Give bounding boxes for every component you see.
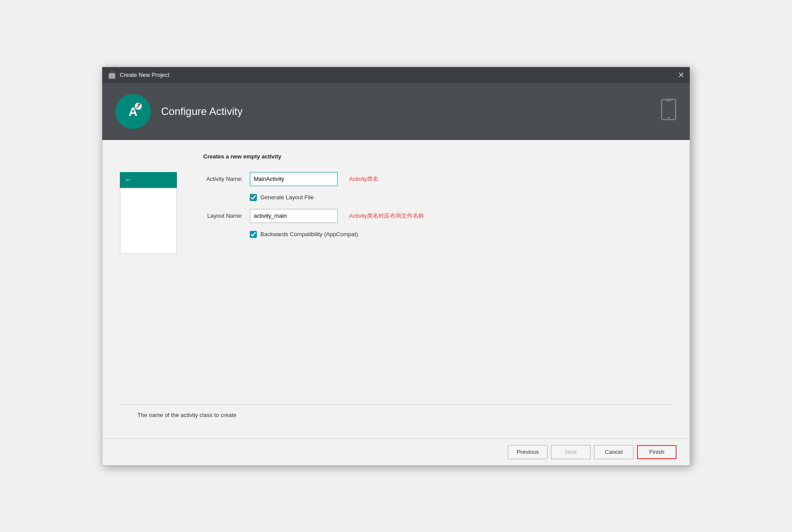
android-logo: A — [115, 94, 151, 129]
svg-rect-5 — [662, 99, 676, 119]
layout-name-annotation: Activity类名对应布局文件名称 — [349, 212, 424, 220]
layout-name-row: Layout Name: Activity类名对应布局文件名称 — [186, 209, 672, 223]
generate-layout-row: Generate Layout File — [250, 194, 672, 201]
svg-point-7 — [668, 117, 670, 119]
subtitle-text: Creates a new empty activity — [203, 153, 672, 160]
title-bar-left: 🤖 Create New Project — [108, 71, 169, 79]
header-title: Configure Activity — [161, 105, 242, 118]
backwards-compat-row: Backwards Compatibility (AppCompat) — [250, 231, 672, 238]
finish-button[interactable]: Finish — [637, 445, 677, 459]
preview-panel: ← — [120, 172, 177, 254]
header-section: A Configure Activity — [102, 83, 690, 140]
activity-name-row: Activity Name: Acticity类名 — [186, 172, 672, 186]
dialog: 🤖 Create New Project ✕ A Configure Activ… — [102, 67, 690, 466]
android-studio-icon: A — [122, 100, 144, 123]
layout-name-input[interactable] — [250, 209, 338, 223]
backwards-compat-checkbox[interactable] — [250, 231, 257, 238]
generate-layout-checkbox[interactable] — [250, 194, 257, 201]
form-fields: Activity Name: Acticity类名 Generate Layou… — [186, 172, 672, 254]
layout-name-label: Layout Name: — [186, 212, 243, 219]
form-area: ← Activity Name: Acticity类名 Generate — [120, 172, 672, 254]
status-text: The name of the activity class to create — [137, 412, 236, 418]
activity-name-input[interactable] — [250, 172, 338, 186]
app-icon: 🤖 — [108, 71, 116, 79]
title-bar: 🤖 Create New Project ✕ — [102, 67, 690, 83]
preview-header: ← — [120, 172, 177, 188]
activity-name-annotation: Acticity类名 — [349, 175, 378, 183]
preview-screen — [120, 188, 177, 254]
cancel-button[interactable]: Cancel — [594, 445, 634, 459]
dialog-title: Create New Project — [120, 72, 169, 78]
previous-button[interactable]: Previous — [508, 445, 547, 459]
footer: Previous Next Cancel Finish — [102, 439, 690, 465]
status-bar: The name of the activity class to create — [120, 404, 672, 425]
generate-layout-label: Generate Layout File — [260, 194, 313, 201]
back-arrow-icon: ← — [124, 175, 132, 184]
svg-rect-6 — [666, 100, 671, 101]
next-button[interactable]: Next — [551, 445, 590, 459]
content-area: Creates a new empty activity ← Activity … — [102, 140, 690, 439]
close-button[interactable]: ✕ — [678, 71, 684, 79]
phone-icon — [661, 98, 677, 124]
backwards-compat-label: Backwards Compatibility (AppCompat) — [260, 231, 358, 237]
activity-name-label: Activity Name: — [186, 176, 243, 182]
